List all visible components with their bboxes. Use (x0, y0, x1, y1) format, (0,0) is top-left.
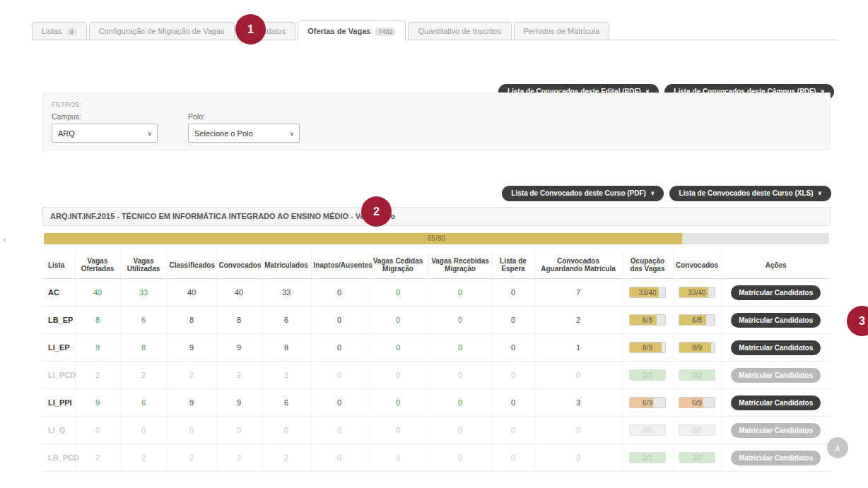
tab-periodos-de-matricula[interactable]: Períodos de Matrícula (514, 22, 610, 40)
value-link[interactable]: 0 (428, 334, 492, 362)
value-link[interactable]: 0 (428, 307, 492, 334)
value-link: 0 (368, 444, 428, 472)
matricular-candidatos-button[interactable]: Matricular Candidatos (731, 395, 821, 410)
value-link[interactable]: 40 (75, 279, 120, 307)
matricular-candidatos-button[interactable]: Matricular Candidatos (731, 285, 821, 300)
value-cell: 6 (262, 389, 311, 417)
value-link[interactable]: 0 (368, 307, 428, 334)
tab-ofertas-de-vagas[interactable]: Ofertas de Vagas7402 (298, 20, 406, 40)
tab-configuracao-migracao-vagas[interactable]: Configuração de Migração de Vagas (89, 22, 235, 40)
tab-quantitativo-de-inscritos[interactable]: Quantitativo de Inscritos (408, 22, 511, 40)
convocados-badge: 6/9 (679, 397, 715, 408)
badge-cell: 2/2 (673, 362, 721, 389)
row-label: LI_PCD (42, 362, 75, 389)
polo-select[interactable]: Selecione o Polo (188, 124, 300, 143)
occupancy-badge: 8/9 (629, 342, 666, 353)
table-row-lb_pcd: LB_PCD22222000002/22/2Matricular Candida… (42, 444, 831, 472)
value-cell: 0 (534, 417, 622, 444)
value-link[interactable]: 0 (368, 279, 428, 307)
value-cell: 0 (492, 389, 534, 417)
matricular-candidatos-button[interactable]: Matricular Candidatos (731, 313, 821, 328)
convocados-badge: 8/9 (679, 342, 715, 353)
row-label: LI_EP (42, 334, 75, 362)
value-cell: 0 (492, 279, 534, 307)
value-cell: 2 (167, 444, 216, 472)
occupancy-badge: 6/9 (629, 397, 666, 408)
table-row-ac: AC40334040330000733/4033/40Matricular Ca… (42, 279, 831, 307)
value-cell: 0 (492, 307, 534, 334)
value-link[interactable]: 8 (75, 307, 120, 334)
value-link[interactable]: 0 (428, 279, 492, 307)
value-link[interactable]: 9 (75, 334, 120, 362)
actions-cell: Matricular Candidatos (721, 362, 831, 389)
badge-cell: 33/40 (673, 279, 721, 307)
annotation-circle-3: 3 (847, 306, 868, 336)
value-cell: 0 (492, 334, 534, 362)
column-header-10: Convocados Aguardando Matrícula (534, 251, 622, 279)
campus-filter-group: Campus: ARQ ∨ (52, 112, 158, 143)
column-header-0: Lista (42, 251, 75, 279)
value-cell: 2 (216, 444, 262, 472)
badge-text: 33/40 (630, 287, 665, 297)
value-link[interactable]: 0 (368, 389, 428, 417)
value-link[interactable]: 33 (120, 279, 167, 307)
column-header-2: Vagas Utilizadas (120, 251, 167, 279)
filters-title: FILTROS: (52, 100, 81, 108)
lista-convocados-curso-pdf-button[interactable]: Lista de Convocados deste Curso (PDF) ∨ (502, 186, 664, 201)
vagas-table: ListaVagas OfertadasVagas UtilizadasClas… (42, 251, 831, 472)
value-link[interactable]: 0 (428, 389, 492, 417)
matricular-candidatos-button[interactable]: Matricular Candidatos (731, 340, 821, 355)
column-header-7: Vagas Cedidas Migração (368, 251, 428, 279)
occupancy-badge: 2/2 (629, 452, 666, 463)
badge-text: 2/2 (630, 453, 665, 463)
badge-text: 8/9 (630, 343, 665, 352)
tab-listas[interactable]: Listas9 (32, 22, 87, 40)
value-link[interactable]: 6 (120, 389, 167, 417)
value-link[interactable]: 9 (75, 389, 120, 417)
value-link: 0 (428, 362, 492, 389)
row-label: AC (42, 279, 75, 307)
column-header-4: Convocados (216, 251, 262, 279)
column-header-3: Classificados (167, 251, 216, 279)
convocados-badge: 33/40 (679, 287, 715, 298)
value-cell: 2 (216, 362, 262, 389)
collapse-panel-chevron-left-icon[interactable]: ‹ (3, 233, 6, 245)
row-label: LI_PPI (42, 389, 75, 417)
value-link[interactable]: 6 (120, 307, 167, 334)
value-link: 0 (120, 417, 167, 444)
value-link: 0 (75, 417, 120, 444)
value-link[interactable]: 0 (368, 334, 428, 362)
column-header-13: Ações (721, 251, 831, 279)
occupancy-progress-bar: 65/80 (44, 233, 829, 244)
value-cell: 6 (262, 307, 311, 334)
column-header-8: Vagas Recebidas Migração (428, 251, 492, 279)
tab-count-badge: 7402 (375, 28, 396, 36)
badge-cell: 6/9 (673, 389, 721, 417)
value-cell: 8 (167, 307, 216, 334)
scroll-to-top-button[interactable]: ∧ (827, 437, 848, 458)
campus-select[interactable]: ARQ (52, 124, 158, 143)
value-cell: 0 (492, 417, 534, 444)
occupancy-badge: 33/40 (629, 287, 666, 298)
badge-text: 2/2 (630, 370, 665, 380)
value-cell: 2 (534, 307, 622, 334)
badge-text: 6/8 (630, 315, 665, 325)
filters-panel: FILTROS: Campus: ARQ ∨ Polo: Selecione o… (42, 93, 831, 150)
value-link: 2 (75, 444, 120, 472)
tab-bar: Listas9Configuração de Migração de Vagas… (32, 20, 838, 40)
convocados-badge: 6/8 (679, 314, 715, 326)
matricular-candidatos-button[interactable]: Matricular Candidatos (731, 451, 821, 465)
value-cell: 2 (167, 362, 216, 389)
value-cell: 0 (311, 334, 368, 362)
actions-cell: Matricular Candidatos (721, 334, 831, 362)
matricular-candidatos-button[interactable]: Matricular Candidatos (731, 368, 821, 383)
export-buttons-course: Lista de Convocados deste Curso (PDF) ∨ … (502, 186, 831, 201)
value-cell: 0 (534, 444, 622, 472)
value-link: 0 (428, 417, 492, 444)
chevron-up-icon: ∧ (834, 443, 841, 453)
lista-convocados-curso-xls-button[interactable]: Lista de Convocados deste Curso (XLS) ∨ (669, 186, 831, 201)
occupancy-badge: 0/0 (629, 424, 666, 436)
value-link[interactable]: 8 (120, 334, 167, 362)
matricular-candidatos-button[interactable]: Matricular Candidatos (731, 423, 821, 438)
value-cell: 8 (216, 307, 262, 334)
